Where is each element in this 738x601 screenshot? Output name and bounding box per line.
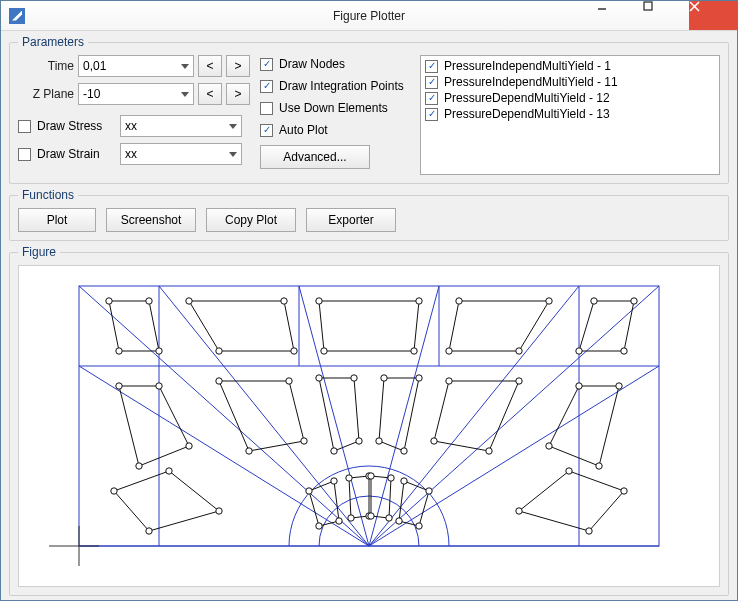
close-button[interactable]: [689, 1, 737, 30]
list-item[interactable]: ✓PressureIndependMultiYield - 11: [425, 74, 715, 90]
functions-group: Functions Plot Screenshot Copy Plot Expo…: [9, 188, 729, 241]
zplane-prev-button[interactable]: <: [198, 83, 222, 105]
svg-point-70: [331, 448, 337, 454]
close-icon: [689, 1, 737, 30]
svg-point-98: [348, 515, 354, 521]
draw-stress-checkbox[interactable]: [18, 120, 31, 133]
draw-integration-checkbox[interactable]: ✓: [260, 80, 273, 93]
svg-marker-28: [219, 381, 304, 451]
svg-marker-33: [114, 471, 219, 531]
draw-strain-value: xx: [125, 147, 137, 161]
svg-marker-31: [434, 381, 519, 451]
use-down-checkbox[interactable]: [260, 102, 273, 115]
chevron-down-icon: [181, 92, 189, 97]
svg-point-67: [316, 375, 322, 381]
app-window: Figure Plotter Parameters Time 0,01 <: [0, 0, 738, 601]
draw-strain-combo[interactable]: xx: [120, 143, 242, 165]
svg-point-44: [281, 298, 287, 304]
chevron-down-icon: [229, 152, 237, 157]
svg-point-77: [486, 448, 492, 454]
minimize-button[interactable]: [597, 1, 643, 30]
zplane-next-button[interactable]: >: [226, 83, 250, 105]
draw-strain-label: Draw Strain: [37, 147, 100, 161]
figure-legend: Figure: [18, 245, 60, 259]
svg-point-65: [301, 438, 307, 444]
svg-point-61: [186, 443, 192, 449]
use-down-label: Use Down Elements: [279, 101, 388, 115]
svg-point-105: [416, 523, 422, 529]
svg-point-40: [146, 298, 152, 304]
time-next-button[interactable]: >: [226, 55, 250, 77]
exporter-button[interactable]: Exporter: [306, 208, 396, 232]
svg-marker-34: [519, 471, 624, 531]
svg-rect-1: [644, 2, 652, 10]
svg-point-42: [116, 348, 122, 354]
svg-point-106: [396, 518, 402, 524]
figure-group: Figure: [9, 245, 729, 596]
time-combo[interactable]: 0,01: [78, 55, 194, 77]
svg-point-80: [616, 383, 622, 389]
maximize-icon: [643, 1, 689, 30]
copy-plot-button[interactable]: Copy Plot: [206, 208, 296, 232]
maximize-button[interactable]: [643, 1, 689, 30]
svg-point-56: [631, 298, 637, 304]
svg-point-103: [401, 478, 407, 484]
svg-marker-29: [319, 378, 359, 451]
draw-stress-combo[interactable]: xx: [120, 115, 242, 137]
svg-line-12: [299, 286, 369, 546]
svg-point-102: [368, 513, 374, 519]
svg-point-86: [146, 528, 152, 534]
svg-point-88: [621, 488, 627, 494]
svg-point-51: [456, 298, 462, 304]
draw-strain-checkbox[interactable]: [18, 148, 31, 161]
materials-list[interactable]: ✓PressureIndependMultiYield - 1 ✓Pressur…: [420, 55, 720, 175]
svg-line-10: [79, 286, 369, 546]
svg-marker-30: [379, 378, 419, 451]
svg-point-84: [166, 468, 172, 474]
draw-nodes-label: Draw Nodes: [279, 57, 345, 71]
list-item[interactable]: ✓PressureDependMultiYield - 13: [425, 106, 715, 122]
svg-line-13: [369, 286, 439, 546]
svg-point-91: [306, 488, 312, 494]
material-checkbox[interactable]: ✓: [425, 76, 438, 89]
time-value: 0,01: [83, 59, 106, 73]
svg-point-95: [346, 475, 352, 481]
plot-button[interactable]: Plot: [18, 208, 96, 232]
svg-point-99: [368, 473, 374, 479]
svg-point-76: [516, 378, 522, 384]
svg-point-100: [388, 475, 394, 481]
svg-point-85: [216, 508, 222, 514]
svg-marker-27: [119, 386, 189, 466]
zplane-combo[interactable]: -10: [78, 83, 194, 105]
svg-point-39: [106, 298, 112, 304]
screenshot-button[interactable]: Screenshot: [106, 208, 196, 232]
figure-canvas[interactable]: [18, 265, 720, 587]
material-checkbox[interactable]: ✓: [425, 60, 438, 73]
list-item[interactable]: ✓PressureIndependMultiYield - 1: [425, 58, 715, 74]
svg-point-90: [516, 508, 522, 514]
advanced-button[interactable]: Advanced...: [260, 145, 370, 169]
svg-point-43: [186, 298, 192, 304]
svg-point-87: [566, 468, 572, 474]
draw-stress-label: Draw Stress: [37, 119, 102, 133]
material-checkbox[interactable]: ✓: [425, 92, 438, 105]
material-checkbox[interactable]: ✓: [425, 108, 438, 121]
svg-point-66: [246, 448, 252, 454]
zplane-label: Z Plane: [18, 87, 74, 101]
parameters-legend: Parameters: [18, 35, 88, 49]
svg-point-75: [446, 378, 452, 384]
svg-point-49: [411, 348, 417, 354]
svg-point-104: [426, 488, 432, 494]
svg-point-58: [576, 348, 582, 354]
svg-point-101: [386, 515, 392, 521]
svg-point-50: [321, 348, 327, 354]
zplane-value: -10: [83, 87, 100, 101]
list-item[interactable]: ✓PressureDependMultiYield - 12: [425, 90, 715, 106]
draw-nodes-checkbox[interactable]: ✓: [260, 58, 273, 71]
svg-point-82: [546, 443, 552, 449]
parameters-left-column: Time 0,01 < > Z Plane -10 < >: [18, 55, 250, 175]
svg-point-92: [331, 478, 337, 484]
material-label: PressureIndependMultiYield - 1: [444, 59, 611, 73]
time-prev-button[interactable]: <: [198, 55, 222, 77]
auto-plot-checkbox[interactable]: ✓: [260, 124, 273, 137]
